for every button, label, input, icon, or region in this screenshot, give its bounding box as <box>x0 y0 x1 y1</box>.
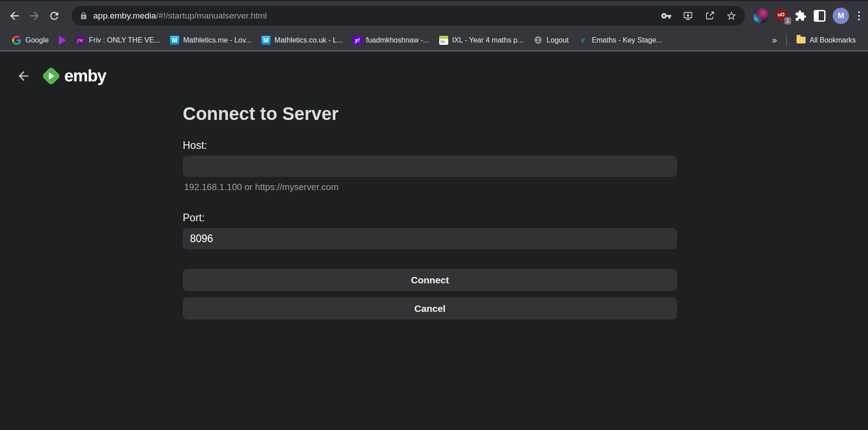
install-download-icon[interactable] <box>683 10 693 21</box>
pinned-extension-icon[interactable] <box>753 8 768 24</box>
extensions-puzzle-icon[interactable] <box>795 10 806 22</box>
bookmark-play[interactable] <box>54 32 71 48</box>
forward-button[interactable] <box>24 6 44 26</box>
bookmark-friv[interactable]: fW Friv : ONLY THE VE... <box>71 32 165 48</box>
page-back-arrow-icon <box>16 69 31 83</box>
bookmarks-divider <box>786 35 787 45</box>
mathletics-favicon-icon: M <box>261 36 270 45</box>
bookmark-label: Logout <box>546 36 569 44</box>
browser-toolbar: app.emby.media/#!/startup/manualserver.h… <box>0 0 868 30</box>
forward-icon <box>28 10 41 22</box>
lock-icon <box>80 12 88 20</box>
ixl-favicon-icon: IXL <box>439 36 448 45</box>
all-bookmarks-label: All Bookmarks <box>810 36 856 44</box>
bookmark-label: Google <box>25 36 49 44</box>
host-helper-text: 192.168.1.100 or https://myserver.com <box>184 182 677 192</box>
all-bookmarks-button[interactable]: All Bookmarks <box>792 32 861 48</box>
bookmark-google[interactable]: Google <box>7 32 54 48</box>
url-path: /#!/startup/manualserver.html <box>156 11 267 20</box>
bookmarks-overflow-chevron[interactable]: » <box>768 35 782 45</box>
bookmark-star-icon[interactable] <box>726 10 737 21</box>
page-back-button[interactable] <box>14 66 33 86</box>
bookmarks-bar: Google fW Friv : ONLY THE VE... M Mathle… <box>0 30 868 52</box>
profile-avatar[interactable]: M <box>833 8 849 24</box>
bookmark-ixl[interactable]: IXL IXL - Year 4 maths p... <box>434 32 529 48</box>
bookmark-mathletics-me[interactable]: M Mathletics.me - Lov... <box>165 32 256 48</box>
bookmark-label: fuadmkhoshnaw -... <box>366 36 429 44</box>
emaths-favicon-icon: e <box>579 36 588 45</box>
bookmark-label: IXL - Year 4 maths p... <box>452 36 524 44</box>
emby-logo: emby <box>44 67 106 86</box>
host-label: Host: <box>183 139 677 152</box>
bookmark-mathletics-couk[interactable]: M Mathletics.co.uk - L... <box>256 32 348 48</box>
bookmark-label: Friv : ONLY THE VE... <box>89 36 160 44</box>
reload-icon <box>48 10 60 22</box>
share-icon[interactable] <box>704 10 715 21</box>
friv-favicon-icon: fW <box>76 36 85 45</box>
cancel-button[interactable]: Cancel <box>183 297 677 320</box>
reload-button[interactable] <box>44 6 64 26</box>
ublock-extension-icon[interactable]: uO 1 <box>776 9 787 23</box>
ublock-badge: 1 <box>784 17 791 24</box>
url-text: app.emby.media/#!/startup/manualserver.h… <box>93 11 267 21</box>
emby-wordmark: emby <box>64 67 106 86</box>
bookmark-label: Emaths - Key Stage... <box>592 36 662 44</box>
globe-favicon-icon <box>533 36 542 45</box>
emby-page-header: emby <box>0 52 868 87</box>
side-panel-icon[interactable] <box>814 10 825 22</box>
chrome-menu-icon[interactable] <box>856 10 862 22</box>
port-label: Port: <box>183 212 677 224</box>
back-button[interactable] <box>5 6 24 26</box>
address-bar[interactable]: app.emby.media/#!/startup/manualserver.h… <box>71 6 745 26</box>
back-icon <box>8 10 21 22</box>
bookmark-logout[interactable]: Logout <box>528 32 574 48</box>
emby-page: emby Connect to Server Host: 192.168.1.1… <box>0 52 868 429</box>
page-title: Connect to Server <box>183 104 677 124</box>
bookmark-yahoo-mail[interactable]: y! fuadmkhoshnaw -... <box>348 32 434 48</box>
connect-form: Connect to Server Host: 192.168.1.100 or… <box>183 104 677 320</box>
port-input[interactable] <box>183 228 677 249</box>
yahoo-favicon-icon: y! <box>353 36 362 45</box>
url-host: app.emby.media <box>93 11 156 20</box>
google-favicon-icon <box>12 36 21 45</box>
connect-button[interactable]: Connect <box>183 269 677 291</box>
mathletics-favicon-icon: M <box>170 36 179 45</box>
host-input[interactable] <box>183 156 677 177</box>
bookmark-label: Mathletics.co.uk - L... <box>275 36 343 44</box>
password-key-icon[interactable] <box>661 10 672 21</box>
bookmark-emaths[interactable]: e Emaths - Key Stage... <box>574 32 667 48</box>
play-favicon-icon <box>59 36 66 45</box>
emby-diamond-play-icon <box>42 67 61 86</box>
bookmark-label: Mathletics.me - Lov... <box>183 36 251 44</box>
folder-icon <box>797 37 806 43</box>
